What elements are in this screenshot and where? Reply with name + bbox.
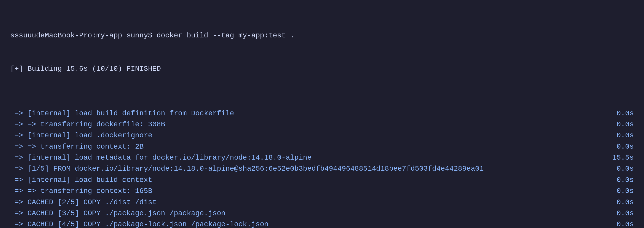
- output-line: => => transferring context: 2B0.0s: [10, 141, 634, 152]
- output-line-time: 0.0s: [603, 119, 634, 130]
- prompt-text: sssuuudeMacBook-Pro:my-app sunny$ docker…: [10, 30, 634, 41]
- output-line-time: 15.5s: [602, 152, 634, 163]
- output-line-content: => => transferring dockerfile: 308B: [10, 119, 603, 130]
- output-line-content: => [1/5] FROM docker.io/library/node:14.…: [10, 163, 603, 174]
- output-line: => [internal] load build definition from…: [10, 108, 634, 119]
- output-line-content: => [internal] load metadata for docker.i…: [10, 152, 602, 163]
- output-line: => [1/5] FROM docker.io/library/node:14.…: [10, 163, 634, 174]
- output-line-content: => [internal] load build context: [10, 174, 603, 185]
- output-line-content: => CACHED [4/5] COPY ./package-lock.json…: [10, 219, 603, 228]
- output-line-content: => => transferring context: 2B: [10, 141, 603, 152]
- output-line-time: 0.0s: [603, 130, 634, 141]
- output-line-time: 0.0s: [603, 174, 634, 185]
- output-line: => => transferring context: 165B0.0s: [10, 185, 634, 196]
- output-line: => CACHED [4/5] COPY ./package-lock.json…: [10, 219, 634, 228]
- output-line-time: 0.0s: [603, 163, 634, 174]
- build-status-line: [+] Building 15.6s (10/10) FINISHED: [10, 63, 634, 74]
- output-line-time: 0.0s: [603, 108, 634, 119]
- output-line-time: 0.0s: [603, 185, 634, 196]
- output-line: => [internal] load .dockerignore0.0s: [10, 130, 634, 141]
- output-line-content: => CACHED [3/5] COPY ./package.json /pac…: [10, 208, 603, 219]
- prompt-line: sssuuudeMacBook-Pro:my-app sunny$ docker…: [10, 30, 634, 41]
- output-line: => CACHED [2/5] COPY ./dist /dist0.0s: [10, 197, 634, 208]
- output-line-content: => => transferring context: 165B: [10, 185, 603, 196]
- output-line: => [internal] load metadata for docker.i…: [10, 152, 634, 163]
- output-line: => CACHED [3/5] COPY ./package.json /pac…: [10, 208, 634, 219]
- output-line-content: => [internal] load build definition from…: [10, 108, 603, 119]
- output-line-time: 0.0s: [603, 219, 634, 228]
- output-line-content: => CACHED [2/5] COPY ./dist /dist: [10, 197, 603, 208]
- output-line: => => transferring dockerfile: 308B0.0s: [10, 119, 634, 130]
- output-line-time: 0.0s: [603, 197, 634, 208]
- output-line-content: => [internal] load .dockerignore: [10, 130, 603, 141]
- output-line-time: 0.0s: [603, 208, 634, 219]
- terminal-window: sssuuudeMacBook-Pro:my-app sunny$ docker…: [10, 8, 634, 228]
- output-line: => [internal] load build context0.0s: [10, 174, 634, 185]
- build-status-text: [+] Building 15.6s (10/10) FINISHED: [10, 63, 634, 74]
- output-lines: => [internal] load build definition from…: [10, 108, 634, 228]
- output-line-time: 0.0s: [603, 141, 634, 152]
